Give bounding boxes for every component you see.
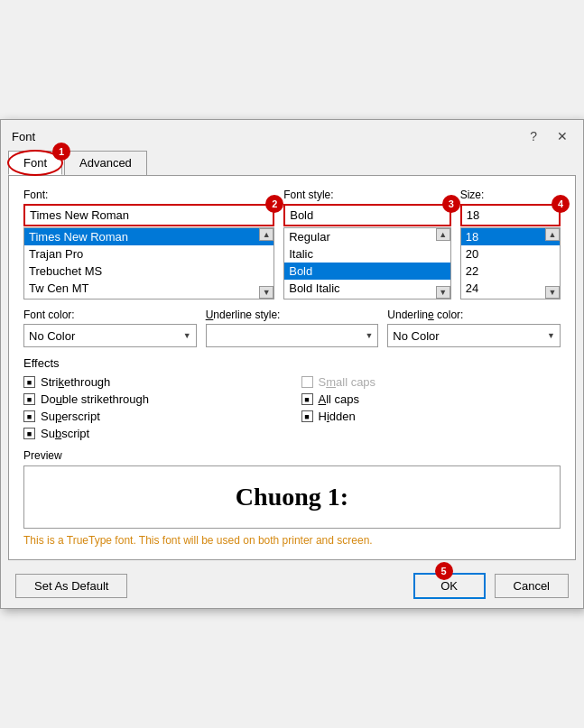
preview-section: Preview Chuong 1: This is a TrueType fon… — [23, 449, 561, 547]
font-color-group: Font color: No Color ▼ — [23, 309, 197, 347]
footer-right: 5 OK Cancel — [413, 573, 569, 599]
effect-small-caps[interactable]: Small caps — [301, 375, 561, 389]
small-caps-checkbox[interactable] — [301, 376, 313, 388]
font-input[interactable] — [23, 204, 274, 226]
style-scroll-down[interactable]: ▼ — [436, 286, 450, 299]
underline-color-arrow: ▼ — [547, 331, 555, 340]
underline-color-label: Underline color: — [387, 309, 561, 321]
effect-all-caps[interactable]: All caps — [301, 392, 561, 406]
title-bar: Font ? ✕ — [1, 120, 583, 145]
list-item[interactable]: Bold Italic — [284, 280, 450, 297]
font-color-select[interactable]: No Color ▼ — [23, 324, 197, 347]
underline-color-select[interactable]: No Color ▼ — [387, 324, 561, 347]
effect-superscript[interactable]: Superscript — [23, 410, 283, 423]
list-item[interactable]: Tw Cen MT Condensed — [24, 297, 273, 299]
preview-title: Preview — [23, 449, 561, 462]
badge-5: 5 — [435, 562, 453, 580]
dropdowns-row: Font color: No Color ▼ Underline style: … — [23, 309, 561, 347]
size-list: 18 20 22 24 26 ▲ ▼ — [460, 227, 561, 299]
tab-advanced[interactable]: Advanced — [64, 151, 147, 175]
font-color-label: Font color: — [23, 309, 197, 321]
font-color-value: No Color — [29, 329, 75, 343]
list-item[interactable]: Trebuchet MS — [24, 263, 273, 280]
tabs-container: Font 1 Advanced — [1, 145, 583, 175]
list-item[interactable]: 20 — [461, 245, 560, 263]
preview-text: Chuong 1: — [236, 483, 348, 511]
style-input[interactable] — [283, 204, 450, 226]
style-label: Font style: — [283, 189, 450, 201]
fields-row: Font: 2 Times New Roman Trajan Pro Trebu… — [23, 189, 561, 299]
underline-style-arrow: ▼ — [365, 331, 373, 340]
size-input[interactable] — [460, 204, 561, 226]
underline-style-group: Underline style: ▼ — [206, 309, 379, 347]
font-scroll-down[interactable]: ▼ — [259, 286, 273, 299]
superscript-checkbox[interactable] — [23, 410, 35, 422]
set-as-default-button[interactable]: Set As Default — [15, 574, 127, 598]
effects-section: Effects Strikethrough Small caps Double … — [23, 356, 561, 440]
list-item[interactable]: Italic — [284, 245, 450, 263]
small-caps-label: Small caps — [319, 375, 376, 389]
hidden-label: Hidden — [319, 410, 356, 423]
truetype-note: This is a TrueType font. This font will … — [23, 534, 561, 547]
effect-hidden[interactable]: Hidden — [301, 410, 561, 423]
size-label: Size: — [460, 189, 561, 201]
effects-title: Effects — [23, 356, 561, 370]
font-list: Times New Roman Trajan Pro Trebuchet MS … — [23, 227, 274, 299]
preview-box: Chuong 1: — [23, 465, 561, 529]
underline-style-label: Underline style: — [206, 309, 379, 321]
effect-double-strikethrough[interactable]: Double strikethrough — [23, 392, 283, 406]
underline-color-value: No Color — [393, 329, 439, 343]
size-scroll-up[interactable]: ▲ — [545, 228, 560, 241]
font-label: Font: — [23, 189, 274, 201]
dialog-body: Font: 2 Times New Roman Trajan Pro Trebu… — [8, 175, 576, 560]
all-caps-label: All caps — [319, 392, 360, 406]
badge-4: 4 — [552, 195, 570, 213]
list-item[interactable]: Times New Roman — [24, 228, 273, 245]
badge-1: 1 — [52, 143, 70, 161]
all-caps-checkbox[interactable] — [301, 393, 313, 405]
style-scroll-up[interactable]: ▲ — [436, 228, 450, 241]
size-field-group: Size: 4 18 20 22 24 26 ▲ ▼ — [460, 189, 561, 299]
list-item[interactable]: 22 — [461, 263, 560, 280]
subscript-checkbox[interactable] — [23, 428, 35, 439]
subscript-label: Subscript — [41, 427, 89, 440]
dialog-title: Font — [12, 130, 35, 143]
superscript-label: Superscript — [41, 410, 100, 423]
badge-3: 3 — [442, 195, 460, 213]
strikethrough-label: Strikethrough — [41, 375, 110, 389]
double-strikethrough-label: Double strikethrough — [41, 392, 149, 406]
help-button[interactable]: ? — [525, 127, 542, 145]
style-field-group: Font style: 3 Regular Italic Bold Bold I… — [283, 189, 450, 299]
list-item[interactable]: Tw Cen MT — [24, 280, 273, 297]
size-scroll-down[interactable]: ▼ — [545, 286, 560, 299]
title-controls: ? ✕ — [525, 127, 572, 145]
font-color-arrow: ▼ — [183, 331, 191, 340]
tab-font[interactable]: Font 1 — [8, 151, 62, 175]
list-item[interactable]: Trajan Pro — [24, 245, 273, 263]
dialog-footer: Set As Default 5 OK Cancel — [1, 567, 583, 608]
hidden-checkbox[interactable] — [301, 410, 313, 422]
close-button[interactable]: ✕ — [552, 127, 572, 145]
footer-left: Set As Default — [15, 574, 127, 598]
effect-strikethrough[interactable]: Strikethrough — [23, 375, 283, 389]
list-item[interactable]: Regular — [284, 228, 450, 245]
list-item[interactable]: Bold — [284, 263, 450, 280]
font-dialog: Font ? ✕ Font 1 Advanced Font: 2 — [0, 119, 584, 609]
underline-style-select[interactable]: ▼ — [206, 324, 379, 347]
effect-subscript[interactable]: Subscript — [23, 427, 283, 440]
underline-color-group: Underline color: No Color ▼ — [387, 309, 561, 347]
font-field-group: Font: 2 Times New Roman Trajan Pro Trebu… — [23, 189, 274, 299]
double-strikethrough-checkbox[interactable] — [23, 393, 35, 405]
effects-grid: Strikethrough Small caps Double striketh… — [23, 375, 561, 440]
style-list: Regular Italic Bold Bold Italic ▲ ▼ — [283, 227, 450, 299]
strikethrough-checkbox[interactable] — [23, 376, 35, 388]
font-scroll-up[interactable]: ▲ — [259, 228, 273, 241]
badge-2: 2 — [265, 195, 283, 213]
cancel-button[interactable]: Cancel — [495, 574, 569, 598]
